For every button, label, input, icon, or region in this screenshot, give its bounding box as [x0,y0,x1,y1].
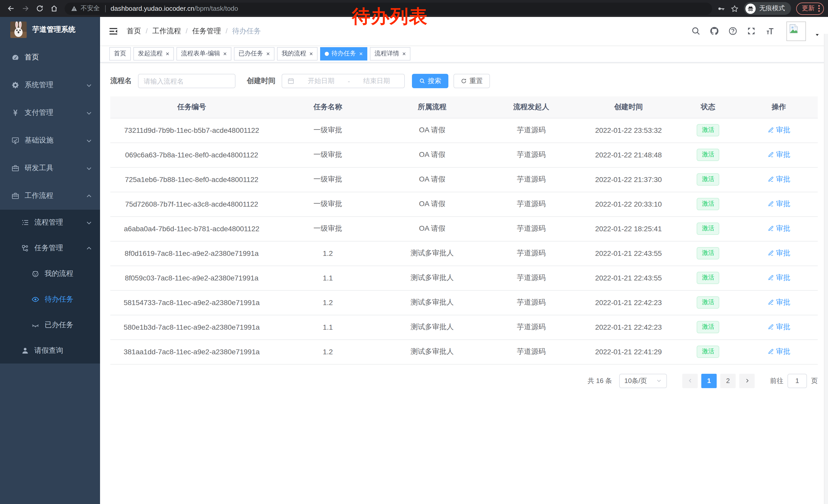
github-icon[interactable] [709,26,719,36]
sidebar-item[interactable]: 待办任务 [0,287,100,312]
task-id-cell: 8f059c03-7ac8-11ec-a9e2-a2380e71991a [110,266,273,290]
status-cell: 激活 [676,339,740,364]
tab[interactable]: 已办任务 × [234,47,275,60]
starter-cell: 芋道源码 [482,241,581,266]
search-icon[interactable] [691,26,701,36]
approve-link[interactable]: 审批 [767,273,790,282]
tab-close-icon[interactable]: × [166,50,169,57]
fullscreen-icon[interactable] [746,26,756,36]
table-header-cell: 所属流程 [383,96,482,118]
table-row: 381aa1dd-7ac8-11ec-a9e2-a2380e71991a 1.2… [110,339,818,364]
chevron-icon [86,192,92,199]
process-name-input[interactable] [138,74,236,88]
forward-icon[interactable] [18,2,32,15]
content: 流程名 创建时间 开始日期 - 结束日期 搜索 重 [100,62,828,388]
approve-link[interactable]: 审批 [767,224,790,233]
scrollbar[interactable] [824,34,828,504]
approve-link[interactable]: 审批 [767,298,790,307]
status-badge: 激活 [697,223,719,235]
font-size-icon[interactable] [765,26,775,36]
process-cell: 测试多审批人 [383,290,482,315]
edit-icon [767,275,774,281]
page-number-button[interactable]: 2 [720,373,736,388]
sidebar-item[interactable]: 我的流程 [0,261,100,287]
process-cell: 测试多审批人 [383,339,482,364]
process-cell: 测试多审批人 [383,315,482,339]
approve-link[interactable]: 审批 [767,199,790,209]
table-row: 75d72608-7b7f-11ec-a3c8-acde48001122 一级审… [110,192,818,216]
action-cell: 审批 [740,241,818,266]
tab[interactable]: 流程表单-编辑 × [176,47,232,60]
eye-closed-icon [31,321,40,329]
breadcrumb-item[interactable]: 任务管理 [181,27,221,36]
sidebar-item-label: 流程管理 [34,218,63,227]
chevron-icon [86,219,92,226]
browser-menu-icon[interactable] [818,5,820,12]
status-cell: 激活 [676,315,740,339]
sidebar-fold-icon[interactable] [108,26,119,36]
page-size-select[interactable]: 10条/页 [619,373,667,388]
approve-link[interactable]: 审批 [767,126,790,135]
approve-link[interactable]: 审批 [767,347,790,356]
tab-close-icon[interactable]: × [359,50,363,57]
security-label: 不安全 [81,4,100,13]
tab[interactable]: 首页 × [109,47,131,60]
search-button[interactable]: 搜索 [412,74,448,88]
sidebar-item[interactable]: 研发工具 [0,154,100,182]
avatar-caret-icon[interactable] [815,32,820,37]
tab-label: 发起流程 [138,49,163,58]
sidebar-item[interactable]: 支付管理 [0,99,100,127]
browser-actions: 无痕模式 更新 [717,2,824,15]
tab-close-icon[interactable]: × [223,50,227,57]
back-icon[interactable] [4,2,17,15]
sidebar-item[interactable]: 任务管理 [0,235,100,261]
sidebar-item-label: 待办任务 [45,295,73,304]
sidebar-item[interactable]: 请假查询 [0,338,100,364]
key-icon[interactable] [717,4,726,12]
sidebar-item[interactable]: 系统管理 [0,71,100,99]
bookmark-star-icon[interactable] [731,4,739,12]
breadcrumb-item[interactable]: 待办任务 [221,27,261,36]
app-logo[interactable]: 芋道管理系统 [0,17,100,43]
reset-button[interactable]: 重置 [454,74,490,88]
next-page-button[interactable] [739,373,755,388]
sidebar-item[interactable]: 首页 [0,44,100,71]
breadcrumb-item[interactable]: 首页 [127,27,141,36]
page-number-button[interactable]: 1 [701,373,717,388]
created-time-cell: 2022-01-22 21:48:48 [581,142,676,167]
tab[interactable]: 待办任务 × [320,47,367,60]
browser-update-button[interactable]: 更新 [796,2,824,15]
action-cell: 审批 [740,167,818,192]
tab[interactable]: 流程详情 × [370,47,410,60]
created-time-cell: 2022-01-21 22:43:55 [581,241,676,266]
tab-close-icon[interactable]: × [309,50,313,57]
task-id-cell: 8f0d1619-7ac8-11ec-a9e2-a2380e71991a [110,241,273,266]
sidebar-item[interactable]: 工作流程 [0,182,100,210]
sidebar-item[interactable]: 流程管理 [0,210,100,235]
url-path: /bpm/task/todo [195,5,238,12]
table-header-cell: 流程发起人 [482,96,581,118]
user-avatar[interactable] [786,21,806,41]
approve-link[interactable]: 审批 [767,322,790,332]
sidebar-item[interactable]: 基础设施 [0,127,100,154]
tab-close-icon[interactable]: × [402,50,406,57]
help-icon[interactable] [728,26,738,36]
approve-link[interactable]: 审批 [767,175,790,184]
approve-link[interactable]: 审批 [767,150,790,159]
goto-page-input[interactable] [787,373,807,388]
reload-icon[interactable] [33,2,46,15]
refresh-icon [461,78,467,84]
prev-page-button[interactable] [682,373,698,388]
tab[interactable]: 发起流程 × [133,47,174,60]
approve-link[interactable]: 审批 [767,249,790,258]
tab-close-icon[interactable]: × [266,50,270,57]
breadcrumb-item[interactable]: 工作流程 [141,27,181,36]
edit-icon [767,151,774,158]
starter-cell: 芋道源码 [482,192,581,216]
tab[interactable]: 我的流程 × [277,47,318,60]
sidebar-item[interactable]: 已办任务 [0,312,100,338]
table-row: 58154733-7ac8-11ec-a9e2-a2380e71991a 1.2… [110,290,818,315]
home-icon[interactable] [47,2,60,15]
task-name-cell: 一级审批 [273,167,382,192]
date-range-picker[interactable]: 开始日期 - 结束日期 [282,74,405,88]
